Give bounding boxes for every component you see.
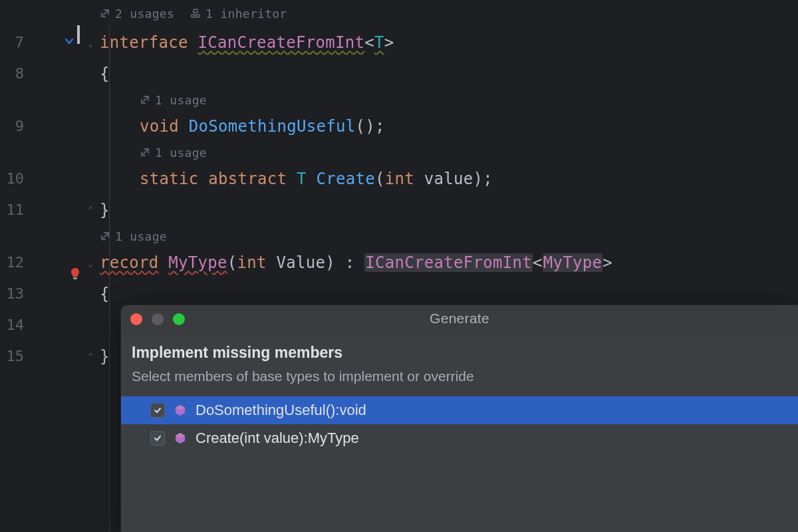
line-number: 15 [0,348,28,364]
fold-handle-icon[interactable]: ⌄ [88,39,93,49]
brace-close: } [100,347,110,366]
method-name: Create [317,170,376,188]
line-number: 10 [0,170,28,187]
method-icon [173,431,188,446]
svg-rect-3 [73,277,77,279]
keyword-int: int [385,170,414,188]
code-lens[interactable]: 1 usage [100,93,207,107]
line-number: 9 [0,118,28,134]
popup-subheading: Select members of base types to implemen… [132,368,787,384]
punct: ( [375,170,385,188]
keyword-abstract: abstract [208,170,287,188]
usages-icon [140,147,150,158]
usages-count: 1 usage [115,229,167,243]
member-row[interactable]: Create(int value):MyType [121,424,798,452]
usages-icon [100,8,110,19]
code-line-11[interactable]: 11 ⌃ } [0,194,798,225]
inheritors-count: 1 inheritor [205,7,287,21]
member-row[interactable]: DoSomethingUseful():void [121,396,798,424]
brace-open: { [100,285,110,303]
brace-open: { [100,65,110,83]
punct: ( [227,253,237,272]
chevron-down-icon[interactable] [64,36,74,49]
svg-rect-2 [196,15,200,17]
maximize-icon[interactable] [173,313,185,325]
method-name: DoSomethingUseful [189,117,356,136]
caret-icon [77,25,80,44]
inheritors-icon [190,8,201,19]
line-number: 8 [0,65,28,82]
code-line-9[interactable]: 9 void DoSomethingUseful(); [0,110,798,142]
type-ref: MyType [543,253,603,272]
line-number: 14 [0,317,28,333]
line-number: 11 [0,201,28,218]
code-line-10[interactable]: 10 static abstract T Create(int value); [0,163,798,194]
usages-count: 2 usages [115,7,174,21]
code-lens[interactable]: 1 usage [100,146,207,160]
popup-title: Generate [121,311,798,327]
close-icon[interactable] [130,313,142,325]
punct: ) [325,253,335,272]
type-ref: ICanCreateFromInt [364,253,533,272]
code-line-7[interactable]: 7 ⌄ interface ICanCreateFromInt<T> [0,27,798,58]
minimize-icon[interactable] [152,313,164,325]
intention-bulb-icon[interactable] [68,267,82,281]
keyword-interface: interface [100,33,188,52]
type-name: ICanCreateFromInt [198,33,365,52]
parameter-name: value [424,170,473,188]
code-line-8[interactable]: 8 { [0,58,798,89]
type-name: MyType [168,253,227,272]
checkbox[interactable] [150,431,165,446]
keyword-static: static [140,170,199,188]
popup-heading: Implement missing members [132,344,787,362]
line-number: 7 [0,34,28,51]
type-param: T [374,33,384,52]
member-label: DoSomethingUseful():void [196,402,366,419]
parameter-name: Value [277,253,326,272]
punct: (); [356,117,385,136]
fold-handle-icon[interactable]: ⌃ [88,351,93,361]
fold-handle-icon[interactable]: ⌄ [88,259,93,269]
usages-count: 1 usage [155,93,207,107]
svg-rect-1 [192,15,195,17]
punct: > [602,253,612,272]
code-line-13[interactable]: 13 { [0,278,798,309]
punct: ); [473,170,493,188]
line-number: 12 [0,254,28,271]
usages-icon [140,94,150,105]
member-label: Create(int value):MyType [196,430,359,447]
code-lens[interactable]: 2 usages 1 inheritor [100,7,287,21]
keyword-record: record [100,253,159,272]
window-controls[interactable] [130,313,185,325]
brace-close: } [100,201,110,219]
punct: : [335,253,364,272]
keyword-void: void [140,117,179,136]
code-line-12[interactable]: 12 ⌄ record MyType(int Value) : ICanCrea… [0,247,798,278]
keyword-int: int [237,253,267,272]
checkbox[interactable] [150,403,165,418]
popup-titlebar[interactable]: Generate [121,305,798,332]
code-lens[interactable]: 1 usage [100,229,167,243]
fold-handle-icon[interactable]: ⌃ [88,205,93,215]
method-icon [173,403,188,418]
members-list: DoSomethingUseful():voidCreate(int value… [121,396,798,452]
type-param: T [297,170,307,188]
usages-count: 1 usage [155,146,207,160]
generate-popup: Generate Implement missing members Selec… [121,305,798,532]
punct: < [533,253,543,272]
line-number: 13 [0,285,28,302]
code-editor[interactable]: 2 usages 1 inheritor 7 ⌄ interface ICanC… [0,0,798,532]
svg-rect-0 [194,9,198,13]
